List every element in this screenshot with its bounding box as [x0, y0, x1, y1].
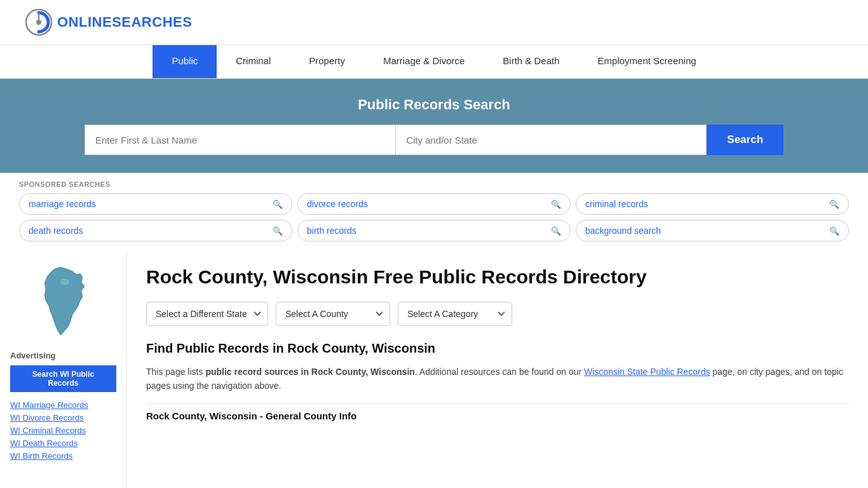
header: ONLINESEARCHES — [0, 0, 868, 45]
sponsored-pill-death-label: death records — [29, 226, 83, 236]
search-icon-1: 🔍 — [273, 200, 283, 209]
advertising-label: Advertising — [10, 351, 116, 360]
search-icon-6: 🔍 — [829, 226, 839, 236]
sidebar: Advertising Search WI Public Records WI … — [0, 252, 127, 488]
search-icon-4: 🔍 — [273, 226, 283, 236]
sponsored-grid: marriage records 🔍 divorce records 🔍 cri… — [19, 193, 849, 241]
main-nav: Public Criminal Property Marriage & Divo… — [0, 45, 868, 79]
page-heading: Rock County, Wisconsin Free Public Recor… — [146, 264, 849, 289]
nav-item-criminal[interactable]: Criminal — [217, 45, 290, 78]
search-banner: Public Records Search Search — [0, 79, 868, 173]
search-button[interactable]: Search — [707, 125, 783, 155]
nav-item-birth-death[interactable]: Birth & Death — [484, 45, 578, 78]
logo-text: ONLINESEARCHES — [57, 14, 192, 30]
nav-item-property[interactable]: Property — [290, 45, 364, 78]
location-input[interactable] — [395, 125, 707, 155]
sponsored-pill-background[interactable]: background search 🔍 — [576, 220, 849, 241]
nav-item-marriage-divorce[interactable]: Marriage & Divorce — [364, 45, 484, 78]
sponsored-pill-background-label: background search — [585, 226, 661, 236]
search-form: Search — [85, 125, 783, 155]
svg-point-3 — [60, 279, 69, 285]
nav-item-public[interactable]: Public — [153, 45, 217, 78]
sidebar-link-birth[interactable]: WI Birth Records — [10, 451, 116, 461]
logo-icon — [25, 9, 52, 36]
sponsored-pill-death[interactable]: death records 🔍 — [19, 220, 292, 241]
search-banner-title: Public Records Search — [25, 97, 843, 113]
nav-item-employment[interactable]: Employment Screening — [579, 45, 715, 78]
logo[interactable]: ONLINESEARCHES — [25, 9, 192, 36]
sponsored-pill-marriage[interactable]: marriage records 🔍 — [19, 193, 292, 215]
wisconsin-records-link[interactable]: Wisconsin State Public Records — [584, 367, 710, 377]
state-select[interactable]: Select a Different State — [146, 302, 268, 326]
sponsored-pill-divorce[interactable]: divorce records 🔍 — [297, 193, 571, 215]
sponsored-pill-criminal[interactable]: criminal records 🔍 — [576, 193, 849, 215]
sponsored-pill-criminal-label: criminal records — [585, 199, 648, 209]
sidebar-link-death[interactable]: WI Death Records — [10, 438, 116, 448]
find-description: This page lists public record sources in… — [146, 365, 849, 393]
content-area: Rock County, Wisconsin Free Public Recor… — [127, 252, 868, 488]
below-banner: SPONSORED SEARCHES marriage records 🔍 di… — [0, 173, 868, 488]
sponsored-label: SPONSORED SEARCHES — [19, 180, 849, 188]
sidebar-link-criminal[interactable]: WI Criminal Records — [10, 425, 116, 435]
sidebar-link-divorce[interactable]: WI Divorce Records — [10, 412, 116, 423]
sidebar-links: WI Marriage Records WI Divorce Records W… — [10, 400, 116, 461]
search-icon-2: 🔍 — [551, 200, 561, 209]
sidebar-link-marriage[interactable]: WI Marriage Records — [10, 400, 116, 410]
filter-row: Select a Different State Select A County… — [146, 302, 849, 326]
sponsored-pill-birth-label: birth records — [307, 226, 356, 236]
county-select[interactable]: Select A County — [276, 302, 390, 326]
sponsored-section: SPONSORED SEARCHES marriage records 🔍 di… — [0, 173, 868, 241]
sidebar-ad-button[interactable]: Search WI Public Records — [10, 365, 116, 392]
search-icon-3: 🔍 — [829, 200, 839, 209]
category-select[interactable]: Select A Category — [398, 302, 512, 326]
sponsored-pill-marriage-label: marriage records — [29, 199, 96, 209]
name-input[interactable] — [85, 125, 395, 155]
sponsored-pill-birth[interactable]: birth records 🔍 — [297, 220, 571, 241]
find-heading: Find Public Records in Rock County, Wisc… — [146, 341, 849, 356]
general-info-heading: Rock County, Wisconsin - General County … — [146, 403, 849, 428]
state-map-icon — [25, 264, 102, 341]
main-content: Advertising Search WI Public Records WI … — [0, 252, 868, 488]
svg-point-1 — [36, 20, 41, 25]
sponsored-pill-divorce-label: divorce records — [307, 199, 368, 209]
search-icon-5: 🔍 — [551, 226, 561, 236]
